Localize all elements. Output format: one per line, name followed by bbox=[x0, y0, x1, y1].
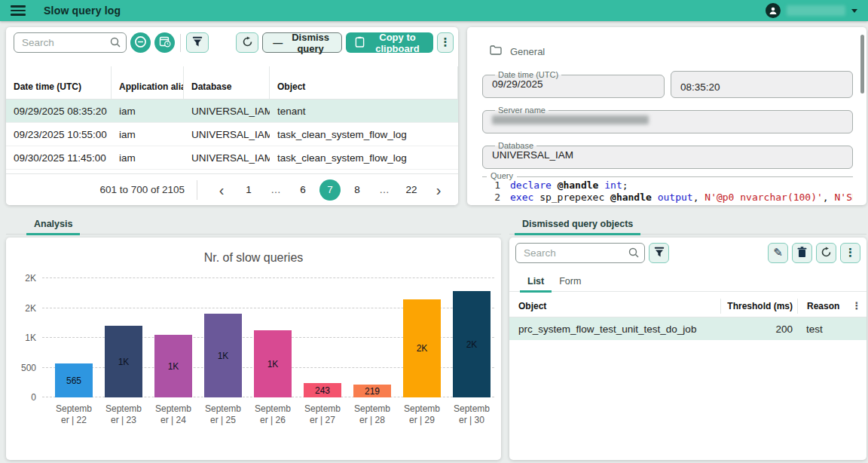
next-page-button[interactable]: › bbox=[428, 180, 449, 200]
slow-query-row[interactable]: 09/29/2025 08:35:20iamUNIVERSAL_IAMtenan… bbox=[6, 100, 458, 123]
dismiss-query-label: Dismiss query bbox=[289, 32, 332, 54]
bar-chart: 05001K2K2K565September | 221KSeptember |… bbox=[42, 278, 494, 397]
query-section: Query 1declare @handle int;2exec sp_prep… bbox=[482, 176, 853, 204]
page-button[interactable]: 8 bbox=[347, 179, 368, 201]
search-icon bbox=[110, 37, 121, 50]
toolbar-divider bbox=[180, 34, 181, 52]
server-name-redacted-value bbox=[492, 115, 649, 124]
cell-datetime: 09/23/2025 10:55:00 bbox=[6, 129, 112, 140]
bar-September | 25[interactable]: 1K bbox=[204, 314, 242, 397]
top-app-bar: Slow query log bbox=[0, 0, 868, 21]
bar-September | 24[interactable]: 1K bbox=[154, 335, 192, 397]
y-tick-label: 2K bbox=[9, 273, 36, 284]
page-button[interactable]: 6 bbox=[292, 179, 313, 201]
search-field bbox=[14, 32, 127, 53]
code-token: declare bbox=[510, 179, 552, 192]
code-token: output bbox=[658, 192, 693, 204]
cell-datetime: 09/30/2025 11:45:00 bbox=[6, 152, 112, 164]
edit-button[interactable]: ✎ bbox=[768, 243, 788, 263]
page-ellipsis: … bbox=[374, 179, 395, 201]
bar-September | 23[interactable]: 1K bbox=[105, 326, 142, 397]
kebab-icon: ⋮ bbox=[845, 247, 856, 259]
dismissed-tabbar: Dismissed query objects bbox=[509, 214, 866, 235]
x-tick-label: September | 27 bbox=[298, 403, 347, 426]
line-number: 2 bbox=[482, 192, 500, 204]
trash-icon bbox=[797, 247, 807, 260]
caret-down-icon[interactable] bbox=[851, 9, 857, 13]
bar-September | 22[interactable]: 565 bbox=[55, 363, 93, 397]
column-header[interactable]: Database bbox=[184, 66, 270, 99]
clipboard-icon bbox=[355, 36, 365, 50]
delete-button[interactable] bbox=[792, 243, 812, 263]
column-header[interactable]: Date time (UTC) bbox=[6, 66, 112, 99]
slow-query-row[interactable]: 09/23/2025 10:55:00iamUNIVERSAL_IAMtask_… bbox=[6, 123, 458, 146]
page-button[interactable]: 1 bbox=[238, 179, 259, 201]
dismissed-query-objects-panel: ✎ ⋮ List Form ObjectThreshold (ms)Reason… bbox=[509, 238, 866, 460]
cell-app-alias: iam bbox=[112, 106, 184, 117]
dismissed-filter-button[interactable] bbox=[649, 243, 669, 263]
more-options-button[interactable]: ⋮ bbox=[437, 32, 454, 53]
hamburger-menu-icon[interactable] bbox=[11, 5, 26, 15]
date-field[interactable]: Date time (UTC) 09/29/2025 bbox=[482, 71, 665, 98]
cell-app-alias: iam bbox=[112, 152, 184, 164]
dismissed-search-input[interactable] bbox=[515, 243, 645, 263]
column-header[interactable]: Reason bbox=[797, 299, 847, 314]
page-button[interactable]: 22 bbox=[401, 179, 422, 201]
bar-September | 29[interactable]: 2K bbox=[403, 299, 441, 397]
query-label: Query bbox=[487, 171, 517, 180]
code-token: N'@p0 nvarchar(100)' bbox=[704, 192, 823, 204]
user-menu[interactable] bbox=[766, 3, 857, 18]
code-token bbox=[598, 179, 604, 192]
column-header[interactable]: Object bbox=[509, 299, 720, 314]
pencil-icon: ✎ bbox=[773, 247, 783, 259]
refresh-icon bbox=[242, 36, 253, 50]
server-name-field: Server name bbox=[482, 106, 853, 133]
bar-September | 28[interactable]: 219 bbox=[353, 385, 391, 397]
slow-query-table-body: 09/29/2025 08:35:20iamUNIVERSAL_IAMtenan… bbox=[6, 100, 458, 170]
general-section-header: General bbox=[490, 45, 853, 57]
bar-September | 27[interactable]: 243 bbox=[304, 383, 341, 397]
column-header[interactable]: Application alias bbox=[112, 66, 184, 99]
bar-September | 30[interactable]: 2K bbox=[453, 291, 491, 397]
gridline bbox=[42, 277, 494, 278]
tab-list[interactable]: List bbox=[520, 273, 552, 293]
dismissed-more-options-button[interactable]: ⋮ bbox=[840, 243, 860, 263]
log-settings-button[interactable] bbox=[154, 32, 175, 53]
dismiss-query-button[interactable]: — Dismiss query bbox=[262, 32, 342, 53]
user-avatar-icon[interactable] bbox=[766, 3, 781, 18]
code-token: int bbox=[604, 179, 622, 192]
dismissed-row[interactable]: prc_system_flow_test_unit_test_do_job200… bbox=[509, 317, 866, 340]
code-token bbox=[652, 192, 658, 204]
database-value: UNIVERSAL_IAM bbox=[492, 149, 843, 161]
analysis-tabbar: Analysis bbox=[6, 214, 501, 235]
copy-to-clipboard-button[interactable]: Copy to clipboard bbox=[346, 32, 433, 53]
bar-value-label: 2K bbox=[466, 339, 478, 350]
page-button[interactable]: 7 bbox=[319, 179, 341, 201]
slow-query-table-header: Date time (UTC)Application aliasDatabase… bbox=[6, 66, 458, 100]
dismiss-selected-button[interactable] bbox=[130, 32, 151, 53]
bar-September | 26[interactable]: 1K bbox=[254, 330, 292, 397]
tab-analysis[interactable]: Analysis bbox=[26, 216, 80, 235]
cell-object: task_clean_system_flow_log bbox=[270, 129, 458, 140]
code-token: , bbox=[693, 192, 705, 204]
tab-dismissed-query-objects[interactable]: Dismissed query objects bbox=[515, 216, 640, 235]
column-header[interactable]: Threshold (ms) bbox=[720, 299, 797, 314]
cell-database: UNIVERSAL_IAM bbox=[184, 106, 270, 117]
column-header[interactable]: Object bbox=[270, 66, 458, 99]
filter-funnel-icon bbox=[192, 36, 203, 50]
person-icon bbox=[769, 6, 778, 15]
dismissed-refresh-button[interactable] bbox=[816, 243, 836, 263]
cell-reason: test bbox=[797, 323, 847, 335]
copy-to-clipboard-label: Copy to clipboard bbox=[371, 32, 424, 54]
previous-page-button[interactable]: ‹ bbox=[211, 180, 232, 200]
detail-scrollbar[interactable] bbox=[860, 35, 864, 94]
bar-value-label: 2K bbox=[417, 343, 428, 354]
bar-value-label: 219 bbox=[365, 386, 380, 397]
column-menu-icon[interactable]: ⋮ bbox=[847, 301, 866, 311]
filter-button[interactable] bbox=[186, 32, 209, 53]
time-field[interactable]: 08:35:20 bbox=[671, 71, 853, 98]
query-code[interactable]: 1declare @handle int;2exec sp_prepexec @… bbox=[482, 179, 853, 204]
tab-form[interactable]: Form bbox=[552, 273, 588, 293]
slow-query-row[interactable]: 09/30/2025 11:45:00iamUNIVERSAL_IAMtask_… bbox=[6, 146, 458, 170]
refresh-button[interactable] bbox=[236, 32, 258, 53]
